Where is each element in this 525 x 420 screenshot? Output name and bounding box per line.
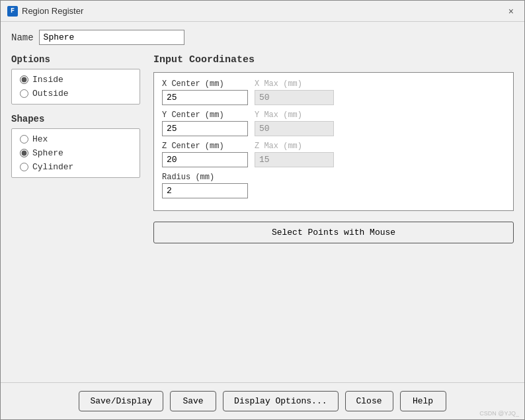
z-max-input (255, 152, 334, 167)
shape-sphere[interactable]: Sphere (20, 148, 132, 158)
name-row: Name (11, 30, 514, 45)
shapes-section: Shapes Hex Sphere Cylinder (11, 114, 140, 178)
z-labels-row: Z Center (mm) Z Max (mm) (162, 142, 505, 151)
options-box: Inside Outside (11, 69, 140, 105)
z-center-input[interactable] (162, 152, 248, 167)
y-input-row (162, 121, 505, 136)
name-input[interactable] (39, 30, 184, 45)
y-max-label: Y Max (mm) (255, 110, 334, 120)
y-labels-row: Y Center (mm) Y Max (mm) (162, 110, 505, 120)
option-inside-label: Inside (32, 75, 63, 85)
option-inside-radio[interactable] (20, 75, 28, 84)
shape-hex-label: Hex (32, 134, 48, 144)
close-button[interactable]: Close (345, 391, 393, 411)
content-area: Name Options Inside Outside (1, 22, 524, 382)
y-center-input[interactable] (162, 121, 248, 136)
option-outside[interactable]: Outside (20, 89, 132, 99)
shape-hex-radio[interactable] (20, 135, 28, 144)
shape-cylinder-radio[interactable] (20, 163, 28, 171)
x-max-label: X Max (mm) (255, 79, 334, 89)
radius-input[interactable] (162, 183, 248, 198)
shape-cylinder[interactable]: Cylinder (20, 162, 132, 172)
shape-sphere-radio[interactable] (20, 149, 28, 157)
x-labels-row: X Center (mm) X Max (mm) (162, 79, 505, 89)
radius-input-row (162, 183, 505, 198)
save-display-button[interactable]: Save/Display (79, 391, 163, 411)
x-center-input[interactable] (162, 90, 248, 105)
shapes-box: Hex Sphere Cylinder (11, 128, 140, 178)
footer: Save/Display Save Display Options... Clo… (1, 382, 524, 419)
title-bar-left: F Region Register (7, 6, 83, 17)
option-inside[interactable]: Inside (20, 75, 132, 85)
option-outside-radio[interactable] (20, 89, 28, 98)
y-max-input (255, 121, 334, 136)
title-bar: F Region Register × (1, 1, 524, 22)
y-center-label: Y Center (mm) (162, 110, 248, 120)
app-icon: F (7, 6, 18, 17)
main-area: Options Inside Outside Shapes (11, 54, 514, 374)
help-button[interactable]: Help (400, 391, 446, 411)
name-label: Name (11, 32, 34, 43)
coords-box: X Center (mm) X Max (mm) Y Center (mm) Y… (153, 72, 514, 211)
right-panel: Input Coordinates X Center (mm) X Max (m… (153, 54, 514, 374)
main-window: F Region Register × Name Options I (0, 0, 525, 420)
shape-cylinder-label: Cylinder (32, 162, 73, 172)
radius-label: Radius (mm) (162, 173, 248, 182)
coords-title: Input Coordinates (153, 54, 514, 65)
watermark: CSDN @YJQ_ (479, 410, 519, 417)
display-options-button[interactable]: Display Options... (223, 391, 338, 411)
shape-hex[interactable]: Hex (20, 134, 132, 144)
shapes-label: Shapes (11, 114, 140, 124)
x-max-input (255, 90, 334, 105)
close-window-button[interactable]: × (505, 5, 518, 18)
left-panel: Options Inside Outside Shapes (11, 54, 140, 374)
save-button[interactable]: Save (170, 391, 216, 411)
z-input-row (162, 152, 505, 167)
window-title: Region Register (22, 6, 83, 16)
shape-sphere-label: Sphere (32, 148, 63, 158)
options-label: Options (11, 54, 140, 65)
z-center-label: Z Center (mm) (162, 142, 248, 151)
select-points-button[interactable]: Select Points with Mouse (153, 222, 514, 243)
radius-labels-row: Radius (mm) (162, 173, 505, 182)
x-input-row (162, 90, 505, 105)
x-center-label: X Center (mm) (162, 79, 248, 89)
options-section: Options Inside Outside (11, 54, 140, 105)
z-max-label: Z Max (mm) (255, 142, 334, 151)
option-outside-label: Outside (32, 89, 69, 99)
